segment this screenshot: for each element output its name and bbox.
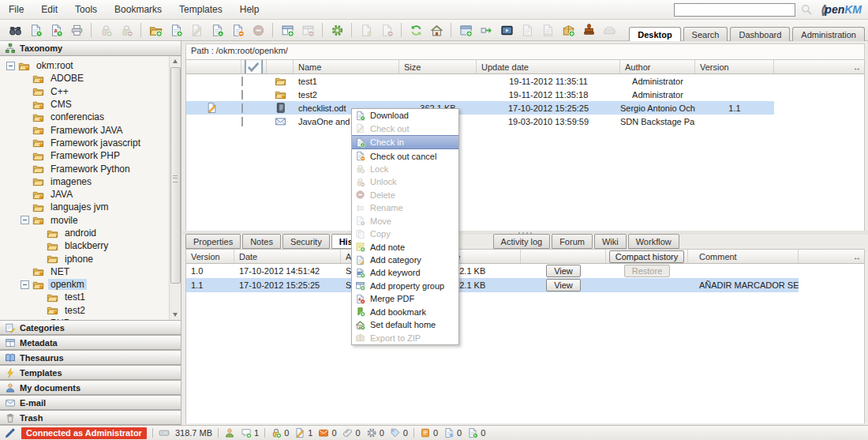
toolbar-find-button[interactable] (5, 21, 25, 39)
tree-collapse-icon[interactable] (21, 216, 29, 224)
row-checkbox[interactable] (241, 117, 243, 126)
column-header-author[interactable]: Author (620, 60, 695, 73)
menu-item-add-property-group[interactable]: Add property group (352, 280, 458, 292)
column-header-date[interactable]: Date (234, 250, 341, 263)
tab-administration[interactable]: Administration (792, 27, 865, 41)
menu-item-set-default-home[interactable]: Set default home (352, 318, 458, 331)
stack-header-taxonomy[interactable]: Taxonomy (0, 41, 181, 56)
history-row-1-0[interactable]: 1.017-10-2012 14:51:42Sergio Antonio Och… (186, 264, 799, 278)
toolbar-cancel-checkout-button[interactable] (227, 21, 248, 39)
column-header-size[interactable]: Size (399, 60, 477, 73)
tree-item-framework-javascript[interactable]: Framework javascript (0, 137, 168, 149)
tab-workflow[interactable]: Workflow (628, 234, 679, 249)
select-all-column-header[interactable] (241, 60, 267, 73)
toolbar-media-button[interactable] (496, 21, 517, 39)
quick-search-input[interactable] (674, 3, 795, 17)
menu-item-check-out-cancel[interactable]: Check out cancel (352, 149, 458, 162)
tab-search[interactable]: Search (683, 27, 728, 41)
toolbar-export-button[interactable] (476, 21, 496, 39)
view-button[interactable]: View (546, 279, 581, 291)
tab-activity-log[interactable]: Activity log (493, 234, 551, 249)
tree-scrollbar[interactable] (169, 56, 181, 320)
tab-wiki[interactable]: Wiki (594, 234, 627, 249)
menu-item-add-keyword[interactable]: Add keyword (352, 266, 458, 279)
view-button[interactable]: View (546, 265, 581, 277)
toolbar-refresh-button[interactable] (406, 21, 426, 39)
stack-header-categories[interactable]: Categories (0, 320, 181, 335)
tree-item-iphone[interactable]: iphone (0, 252, 168, 265)
menu-item-add-bookmark[interactable]: Add bookmark (352, 306, 458, 318)
tree-collapse-icon[interactable] (6, 62, 15, 70)
tree-item-net[interactable]: NET (0, 265, 168, 278)
history-row-1-1[interactable]: 1.117-10-2012 15:25:25Sergio Antonio Och… (186, 278, 799, 292)
tab-forum[interactable]: Forum (552, 234, 593, 249)
toolbar-home-button[interactable] (426, 21, 447, 39)
tree-item-adobe[interactable]: ADOBE (0, 72, 168, 85)
tree-item-conferencias[interactable]: conferencias (0, 111, 168, 123)
tree-item-okm-root[interactable]: okm:root (0, 59, 168, 72)
column-header-comment[interactable]: Comment (688, 250, 799, 263)
row-checkbox[interactable] (241, 103, 243, 113)
scrollbar-thumb[interactable] (170, 67, 181, 284)
toolbar-add-property-group-button[interactable] (277, 21, 297, 39)
toolbar-splash-button[interactable] (455, 21, 476, 39)
column-header-version[interactable]: Version (186, 250, 234, 263)
compact-history-button[interactable]: Compact history (609, 250, 684, 263)
column-header-name[interactable]: Name (294, 60, 399, 73)
toolbar-stamp-button[interactable] (578, 21, 599, 39)
menu-item-add-category[interactable]: Add category (352, 254, 458, 266)
menu-item-merge-pdf[interactable]: Merge PDF (352, 292, 458, 305)
tree-item-openkm[interactable]: openkm (0, 278, 168, 291)
stack-header-thesaurus[interactable]: Thesaurus (0, 350, 181, 365)
file-row-test1[interactable]: test119-11-2012 11:35:11Administrator (186, 74, 774, 88)
toolbar-start-workflow-button[interactable] (327, 21, 347, 39)
toolbar-download-button[interactable] (25, 21, 46, 39)
column-header-version[interactable]: Version (695, 60, 774, 73)
toolbar-checkin-button[interactable] (207, 21, 227, 39)
tree-item-movile[interactable]: movile (0, 214, 168, 227)
toolbar-print-button[interactable] (66, 21, 87, 39)
tab-properties[interactable]: Properties (185, 234, 241, 249)
tab-notes[interactable]: Notes (242, 234, 281, 249)
menu-templates[interactable]: Templates (170, 0, 231, 15)
file-row-test2[interactable]: test219-11-2012 11:35:18Administrator (186, 88, 774, 101)
tree-item-cms[interactable]: CMS (0, 98, 168, 111)
menu-help[interactable]: Help (231, 0, 268, 15)
tab-security[interactable]: Security (282, 234, 330, 249)
tree-item-framework-java[interactable]: Framework JAVA (0, 123, 168, 136)
column-resize-icon[interactable] (851, 62, 862, 73)
file-row-checklist-odt[interactable]: checklist.odt362.1 KB17-10-2012 15:25:25… (186, 101, 774, 115)
tree-item-test2[interactable]: test2 (0, 304, 168, 317)
stack-header-trash[interactable]: Trash (0, 410, 181, 425)
tab-desktop[interactable]: Desktop (629, 27, 680, 41)
tree-item-java[interactable]: JAVA (0, 188, 168, 201)
row-checkbox[interactable] (241, 77, 243, 86)
tree-item-framework-python[interactable]: Framework Python (0, 162, 168, 175)
search-icon[interactable] (800, 3, 813, 16)
tree-item-blackberry[interactable]: blackberry (0, 239, 168, 252)
tree-collapse-icon[interactable] (21, 280, 29, 289)
scroll-up-icon[interactable] (170, 56, 181, 66)
menu-file[interactable]: File (0, 0, 32, 15)
stack-header-email[interactable]: E-mail (0, 395, 181, 410)
menu-tools[interactable]: Tools (66, 0, 106, 15)
toolbar-zip-button[interactable] (558, 21, 578, 39)
tree-item-c[interactable]: C++ (0, 85, 168, 98)
tree-item-test1[interactable]: test1 (0, 291, 168, 303)
file-row-javaone-and-t[interactable]: JavaOne and T19-03-2010 13:59:59SDN Back… (186, 115, 774, 128)
stack-header-my-documents[interactable]: My documents (0, 380, 181, 395)
toolbar-create-folder-button[interactable] (145, 21, 166, 39)
menu-item-check-in[interactable]: Check in (352, 135, 458, 149)
tree-item-android[interactable]: android (0, 227, 168, 239)
scroll-down-icon[interactable] (170, 310, 181, 320)
toolbar-add-document-button[interactable] (166, 21, 186, 39)
stack-header-metadata[interactable]: Metadata (0, 335, 181, 350)
tree-item-php[interactable]: PHP (0, 317, 168, 320)
menu-item-download[interactable]: Download (352, 109, 458, 122)
column-header-update-date[interactable]: Update date (477, 60, 620, 73)
column-resize-icon[interactable] (851, 251, 862, 262)
menu-edit[interactable]: Edit (32, 0, 66, 15)
tab-dashboard[interactable]: Dashboard (730, 27, 790, 41)
stack-header-templates[interactable]: Templates (0, 365, 181, 380)
menu-bookmarks[interactable]: Bookmarks (106, 0, 170, 15)
